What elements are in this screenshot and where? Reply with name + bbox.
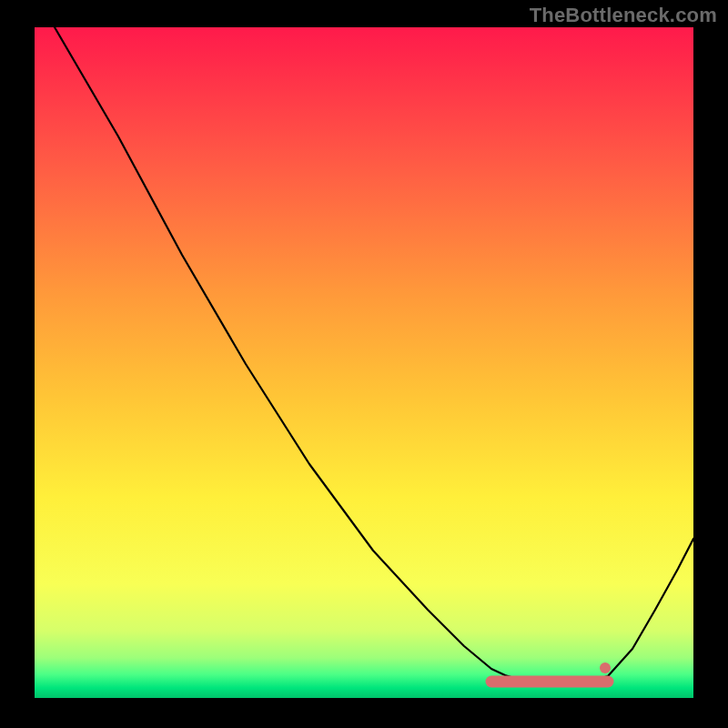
plot-area: [35, 27, 693, 698]
optimal-point-marker: [600, 662, 611, 673]
chart-container: TheBottleneck.com: [0, 0, 728, 728]
bottleneck-chart: [0, 0, 728, 728]
watermark: TheBottleneck.com: [530, 4, 717, 27]
